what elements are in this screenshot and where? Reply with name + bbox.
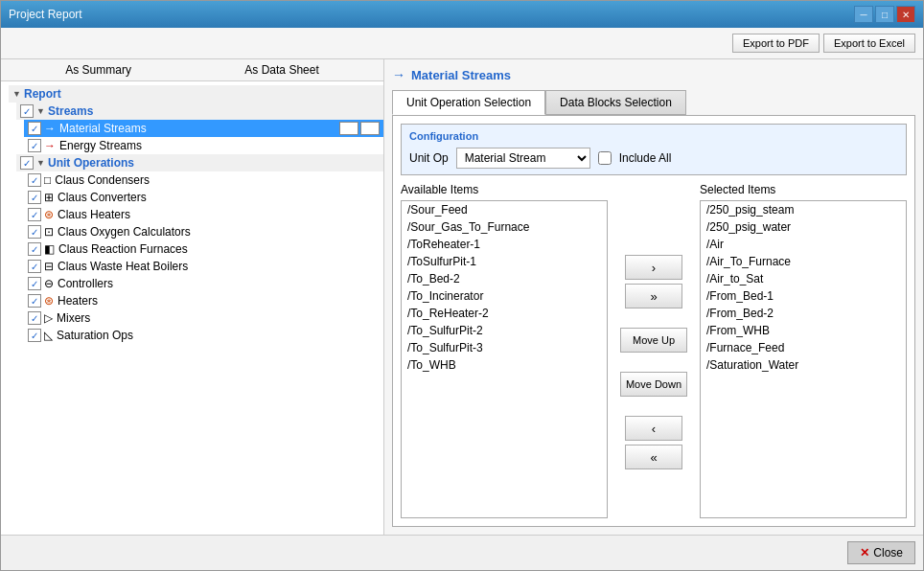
tree-item-streams[interactable]: ▼ Streams <box>16 103 383 120</box>
move-up-button[interactable]: Move Up <box>620 328 687 353</box>
checkbox-claus-waste-heat-boilers[interactable] <box>28 260 41 273</box>
checkbox-saturation-ops[interactable] <box>28 329 41 342</box>
maximize-button[interactable]: □ <box>875 6 894 23</box>
unit-op-dropdown[interactable]: Material Stream Energy Stream <box>456 148 590 169</box>
oxygen-calc-icon: ⊡ <box>44 225 54 239</box>
checkbox-mixers[interactable] <box>28 311 41 325</box>
checkbox-energy-streams[interactable] <box>28 139 41 152</box>
available-items-section: Available Items /Sour_Feed /Sour_Gas_To_… <box>401 183 608 518</box>
list-item[interactable]: /Air_to_Sat <box>701 270 906 287</box>
close-button[interactable]: ✕ Close <box>847 541 915 564</box>
tree-item-saturation-ops[interactable]: ◺ Saturation Ops <box>24 327 383 344</box>
available-items-list[interactable]: /Sour_Feed /Sour_Gas_To_Furnace /ToRehea… <box>401 200 608 518</box>
tree-item-unit-ops[interactable]: ▼ Unit Operations <box>16 154 383 171</box>
list-item[interactable]: /From_Bed-2 <box>701 305 906 322</box>
tree-item-material-streams[interactable]: → Material Streams <box>24 120 383 137</box>
chevron-report: ▼ <box>12 89 22 99</box>
close-window-button[interactable]: ✕ <box>896 6 915 23</box>
minimize-button[interactable]: ─ <box>854 6 873 23</box>
list-item[interactable]: /Furnace_Feed <box>701 339 906 356</box>
tab-bar: Unit Operation Selection Data Blocks Sel… <box>392 90 915 115</box>
checkbox-claus-condensers[interactable] <box>28 173 41 187</box>
include-all-checkbox[interactable] <box>598 151 612 165</box>
config-row: Unit Op Material Stream Energy Stream In… <box>409 148 898 169</box>
list-item[interactable]: /ToSulfurPit-1 <box>402 253 607 270</box>
tree-item-claus-waste-heat-boilers[interactable]: ⊟ Claus Waste Heat Boilers <box>24 258 383 275</box>
checkbox-heaters[interactable] <box>28 294 41 308</box>
energy-streams-label: Energy Streams <box>59 139 142 152</box>
selected-items-label: Selected Items <box>700 183 907 196</box>
list-item[interactable]: /To_ReHeater-2 <box>402 305 607 322</box>
title-bar: Project Report ─ □ ✕ <box>1 1 923 28</box>
saturation-ops-label: Saturation Ops <box>57 329 133 342</box>
streams-label: Streams <box>48 104 93 118</box>
checkbox-claus-heaters[interactable] <box>28 208 41 221</box>
tree-item-claus-heaters[interactable]: ⊛ Claus Heaters <box>24 206 383 223</box>
controllers-label: Controllers <box>58 277 113 290</box>
saturation-ops-icon: ◺ <box>44 329 53 342</box>
tree-item-report[interactable]: ▼ Report <box>9 85 383 103</box>
list-item[interactable]: /From_Bed-1 <box>701 287 906 305</box>
waste-heat-boiler-icon: ⊟ <box>44 260 54 273</box>
list-item[interactable]: /To_Bed-2 <box>402 270 607 287</box>
selected-items-list[interactable]: /250_psig_steam /250_psig_water /Air /Ai… <box>700 200 907 518</box>
list-item[interactable]: /ToReheater-1 <box>402 236 607 253</box>
tree-item-claus-condensers[interactable]: □ Claus Condensers <box>24 171 383 189</box>
heaters-label: Heaters <box>58 294 98 308</box>
claus-waste-heat-boilers-label: Claus Waste Heat Boilers <box>58 260 188 273</box>
material-streams-cols <box>339 122 380 135</box>
tree-item-claus-reaction-furnaces[interactable]: ◧ Claus Reaction Furnaces <box>24 240 383 258</box>
col-check-1[interactable] <box>339 122 358 135</box>
list-item[interactable]: /Sour_Gas_To_Furnace <box>402 218 607 236</box>
list-item[interactable]: /From_WHB <box>701 322 906 339</box>
checkbox-controllers[interactable] <box>28 277 41 290</box>
move-right-button[interactable]: › <box>625 255 682 280</box>
list-item[interactable]: /To_SulfurPit-2 <box>402 322 607 339</box>
double-chevron-left-icon: « <box>650 450 657 465</box>
right-section-title: Material Streams <box>411 68 511 82</box>
tree-item-claus-converters[interactable]: ⊞ Claus Converters <box>24 189 383 206</box>
checkbox-claus-oxygen-calcs[interactable] <box>28 225 41 239</box>
checkbox-claus-converters[interactable] <box>28 191 41 204</box>
tab-unit-operation-selection[interactable]: Unit Operation Selection <box>392 90 545 115</box>
column-headers: As Summary As Data Sheet <box>1 59 383 81</box>
col-check-2[interactable] <box>360 122 380 135</box>
tree-item-claus-oxygen-calcs[interactable]: ⊡ Claus Oxygen Calculators <box>24 223 383 240</box>
list-item[interactable]: /To_WHB <box>402 356 607 374</box>
double-chevron-right-icon: » <box>650 289 657 304</box>
arrow-right-icon: → <box>44 122 56 135</box>
selected-items-section: Selected Items /250_psig_steam /250_psig… <box>700 183 907 518</box>
export-pdf-button[interactable]: Export to PDF <box>732 34 820 53</box>
move-left-all-button[interactable]: « <box>625 445 682 469</box>
checkbox-claus-reaction-furnaces[interactable] <box>28 242 41 256</box>
move-right-all-button[interactable]: » <box>625 284 682 308</box>
tree-item-heaters[interactable]: ⊛ Heaters <box>24 292 383 309</box>
list-item[interactable]: /Air <box>701 236 906 253</box>
list-item[interactable]: /Saturation_Water <box>701 356 906 374</box>
unit-ops-label: Unit Operations <box>48 156 134 170</box>
close-label: Close <box>873 546 903 560</box>
list-item[interactable]: /Air_To_Furnace <box>701 253 906 270</box>
move-down-button[interactable]: Move Down <box>620 372 687 397</box>
checkbox-material-streams[interactable] <box>28 122 41 135</box>
config-label: Configuration <box>409 130 898 142</box>
tab-data-blocks-selection[interactable]: Data Blocks Selection <box>545 90 686 115</box>
controller-icon: ⊖ <box>44 277 54 290</box>
list-item[interactable]: /Sour_Feed <box>402 201 607 218</box>
right-panel: → Material Streams Unit Operation Select… <box>384 59 923 535</box>
lists-area: Available Items /Sour_Feed /Sour_Gas_To_… <box>401 183 907 518</box>
move-left-button[interactable]: ‹ <box>625 416 682 441</box>
tree-item-mixers[interactable]: ▷ Mixers <box>24 309 383 327</box>
list-item[interactable]: /To_Incinerator <box>402 287 607 305</box>
list-item[interactable]: /250_psig_steam <box>701 201 906 218</box>
middle-buttons: › » Move Up Move Down ‹ « <box>615 183 692 518</box>
tree-item-energy-streams[interactable]: → Energy Streams <box>24 137 383 154</box>
list-item[interactable]: /250_psig_water <box>701 218 906 236</box>
tree-item-controllers[interactable]: ⊖ Controllers <box>24 275 383 292</box>
checkbox-streams[interactable] <box>20 104 34 118</box>
export-excel-button[interactable]: Export to Excel <box>823 34 915 53</box>
as-summary-label: As Summary <box>65 63 131 77</box>
list-item[interactable]: /To_SulfurPit-3 <box>402 339 607 356</box>
left-panel: As Summary As Data Sheet ▼ Report ▼ Stre… <box>1 59 384 535</box>
checkbox-unit-ops[interactable] <box>20 156 34 170</box>
